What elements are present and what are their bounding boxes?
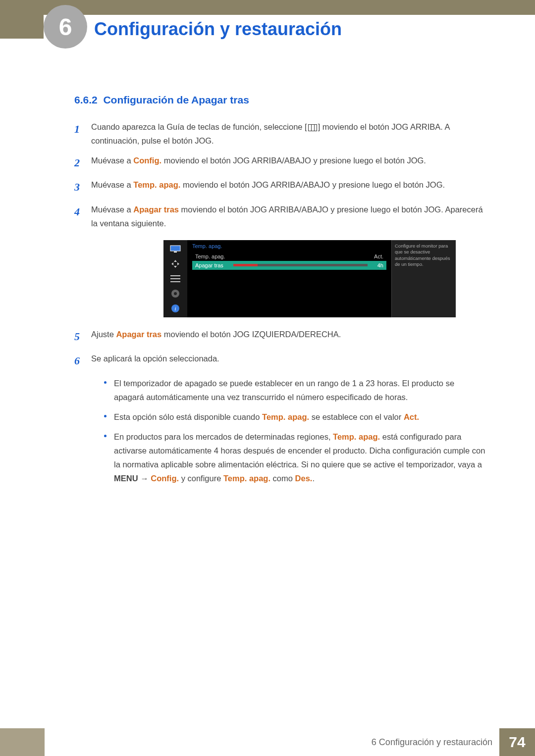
- step-number: 3: [74, 178, 91, 196]
- info-icon: i: [169, 303, 182, 313]
- osd-row-label: Temp. apag.: [195, 253, 225, 259]
- emph-apagar-tras: Apagar tras: [133, 205, 179, 214]
- osd-slider: [233, 264, 368, 266]
- footer-page-number: 74: [499, 728, 535, 756]
- step-text: Muévase a Config. moviendo el botón JOG …: [91, 153, 485, 172]
- step-number: 2: [74, 153, 91, 172]
- arrow-icon: →: [138, 474, 151, 483]
- section-title: Configuración de Apagar tras: [103, 94, 249, 105]
- list-icon: [169, 274, 182, 284]
- emph-des: Des.: [295, 474, 313, 483]
- menu-icon: [308, 124, 317, 131]
- svg-rect-4: [170, 281, 180, 282]
- gear-icon: [169, 289, 182, 299]
- step-text: Muévase a Temp. apag. moviendo el botón …: [91, 178, 485, 196]
- note-item: Esta opción sólo está disponible cuando …: [104, 410, 485, 424]
- emph-temp-apag: Temp. apag.: [333, 432, 380, 441]
- emph-temp-apag: Temp. apag.: [133, 180, 180, 189]
- step-text: Se aplicará la opción seleccionada.: [91, 352, 485, 370]
- osd-sidebar: i: [163, 240, 187, 317]
- steps-list-continued: 5 Ajuste Apagar tras moviendo el botón J…: [74, 327, 485, 370]
- notes-list: El temporizador de apagado se puede esta…: [104, 376, 485, 485]
- step-text: Ajuste Apagar tras moviendo el botón JOG…: [91, 327, 485, 346]
- osd-row-apagar-tras: Apagar tras 4h: [192, 261, 386, 270]
- step-5: 5 Ajuste Apagar tras moviendo el botón J…: [74, 327, 485, 346]
- emph-menu: MENU: [114, 474, 138, 483]
- step-6: 6 Se aplicará la opción seleccionada.: [74, 352, 485, 370]
- osd-row-label: Apagar tras: [195, 262, 223, 268]
- content-area: 6.6.2 Configuración de Apagar tras 1 Cua…: [74, 94, 485, 491]
- monitor-icon: [169, 244, 182, 254]
- arrows-icon: [169, 259, 182, 269]
- chapter-title: Configuración y restauración: [94, 19, 362, 40]
- step-text: Muévase a Apagar tras moviendo el botón …: [91, 202, 485, 230]
- osd-screenshot: i Temp. apag. Temp. apag. Act. Apagar tr…: [163, 240, 456, 317]
- svg-rect-3: [170, 278, 180, 279]
- svg-rect-1: [174, 252, 177, 252]
- step-number: 5: [74, 327, 91, 346]
- step-text: Cuando aparezca la Guía de teclas de fun…: [91, 120, 485, 148]
- osd-row-value: Act.: [374, 253, 383, 259]
- emph-apagar-tras: Apagar tras: [116, 330, 161, 339]
- note-item: En productos para los mercados de determ…: [104, 430, 485, 485]
- osd-slider-fill: [233, 264, 258, 266]
- step-number: 4: [74, 202, 91, 230]
- svg-point-6: [174, 292, 177, 295]
- note-item: El temporizador de apagado se puede esta…: [104, 376, 485, 404]
- footer-section-label: 6 Configuración y restauración: [45, 728, 499, 756]
- osd-row-temp-apag: Temp. apag. Act.: [192, 252, 386, 261]
- footer-accent-bar: [0, 728, 45, 756]
- emph-temp-apag: Temp. apag.: [223, 474, 270, 483]
- section-heading: 6.6.2 Configuración de Apagar tras: [74, 94, 485, 106]
- step-2: 2 Muévase a Config. moviendo el botón JO…: [74, 153, 485, 172]
- chapter-number-circle: 6: [44, 5, 87, 49]
- svg-rect-0: [170, 246, 180, 251]
- osd-help-text: Configure el monitor para que se desacti…: [391, 240, 456, 317]
- footer: 6 Configuración y restauración 74: [0, 728, 535, 756]
- step-1: 1 Cuando aparezca la Guía de teclas de f…: [74, 120, 485, 148]
- osd-main: Temp. apag. Temp. apag. Act. Apagar tras…: [187, 240, 391, 317]
- emph-config: Config.: [133, 156, 161, 165]
- step-number: 6: [74, 352, 91, 370]
- emph-temp-apag: Temp. apag.: [262, 412, 309, 421]
- step-3: 3 Muévase a Temp. apag. moviendo el botó…: [74, 178, 485, 196]
- svg-rect-2: [170, 275, 180, 276]
- step-4: 4 Muévase a Apagar tras moviendo el botó…: [74, 202, 485, 230]
- osd-row-value: 4h: [377, 262, 383, 268]
- osd-title: Temp. apag.: [192, 243, 386, 249]
- emph-config: Config.: [151, 474, 179, 483]
- steps-list: 1 Cuando aparezca la Guía de teclas de f…: [74, 120, 485, 230]
- step-number: 1: [74, 120, 91, 148]
- svg-text:i: i: [174, 305, 176, 311]
- emph-act: Act.: [404, 412, 419, 421]
- chapter-number: 6: [59, 13, 72, 41]
- section-number: 6.6.2: [74, 94, 98, 105]
